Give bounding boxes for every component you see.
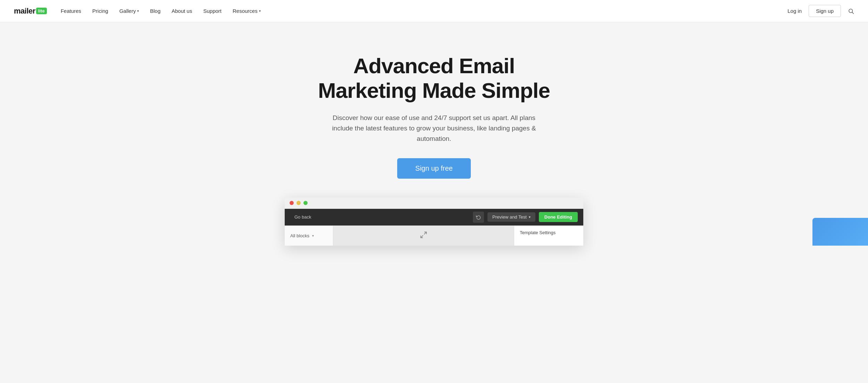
login-button[interactable]: Log in xyxy=(787,8,802,14)
logo-lite-badge: lite xyxy=(36,8,47,14)
nav-blog[interactable]: Blog xyxy=(150,8,160,14)
nav-support[interactable]: Support xyxy=(203,8,222,14)
browser-dot-yellow xyxy=(297,201,301,205)
screenshot-section: Go back Preview and Test ▾ Done Editing xyxy=(7,198,861,246)
nav-about[interactable]: About us xyxy=(172,8,192,14)
browser-window: Go back Preview and Test ▾ Done Editing xyxy=(285,198,583,246)
nav-resources[interactable]: Resources ▾ xyxy=(233,8,261,14)
browser-dot-red xyxy=(290,201,294,205)
hero-section: Advanced Email Marketing Made Simple Dis… xyxy=(0,22,868,263)
logo[interactable]: mailer lite xyxy=(14,7,47,16)
browser-titlebar xyxy=(285,198,583,209)
signup-button[interactable]: Sign up xyxy=(809,5,841,17)
blocks-dropdown[interactable]: All blocks ▾ xyxy=(285,226,333,246)
resources-chevron-icon: ▾ xyxy=(259,9,261,13)
blocks-dropdown-icon: ▾ xyxy=(312,234,314,238)
svg-line-2 xyxy=(424,232,426,234)
site-header: mailer lite Features Pricing Gallery ▾ B… xyxy=(0,0,868,22)
template-settings-label: Template Settings xyxy=(520,230,556,235)
canvas-area xyxy=(333,226,514,246)
svg-line-3 xyxy=(421,236,423,238)
app-toolbar: Go back Preview and Test ▾ Done Editing xyxy=(285,209,583,225)
editor-content-area: All blocks ▾ Template Settings xyxy=(285,225,583,246)
hero-cta-button[interactable]: Sign up free xyxy=(397,158,471,179)
expand-icon xyxy=(420,231,427,240)
search-icon[interactable] xyxy=(848,8,854,14)
hero-title: Advanced Email Marketing Made Simple xyxy=(316,53,552,103)
nav-features[interactable]: Features xyxy=(61,8,81,14)
logo-mailer-text: mailer xyxy=(14,7,35,16)
preview-test-button[interactable]: Preview and Test ▾ xyxy=(487,212,535,222)
header-right: Log in Sign up xyxy=(787,5,854,17)
gallery-chevron-icon: ▾ xyxy=(137,9,139,13)
done-editing-button[interactable]: Done Editing xyxy=(539,212,578,222)
blue-decoration xyxy=(812,218,868,246)
main-nav: Features Pricing Gallery ▾ Blog About us… xyxy=(61,8,261,14)
undo-icon[interactable] xyxy=(473,212,484,223)
toolbar-right: Preview and Test ▾ Done Editing xyxy=(473,212,578,223)
nav-pricing[interactable]: Pricing xyxy=(92,8,108,14)
header-left: mailer lite Features Pricing Gallery ▾ B… xyxy=(14,7,261,16)
template-settings-panel: Template Settings xyxy=(514,226,583,246)
preview-chevron-icon: ▾ xyxy=(529,215,531,219)
svg-line-1 xyxy=(852,12,853,14)
browser-dot-green xyxy=(303,201,308,205)
go-back-button[interactable]: Go back xyxy=(290,212,315,222)
nav-gallery[interactable]: Gallery ▾ xyxy=(119,8,139,14)
hero-subtitle: Discover how our ease of use and 24/7 su… xyxy=(330,113,538,144)
